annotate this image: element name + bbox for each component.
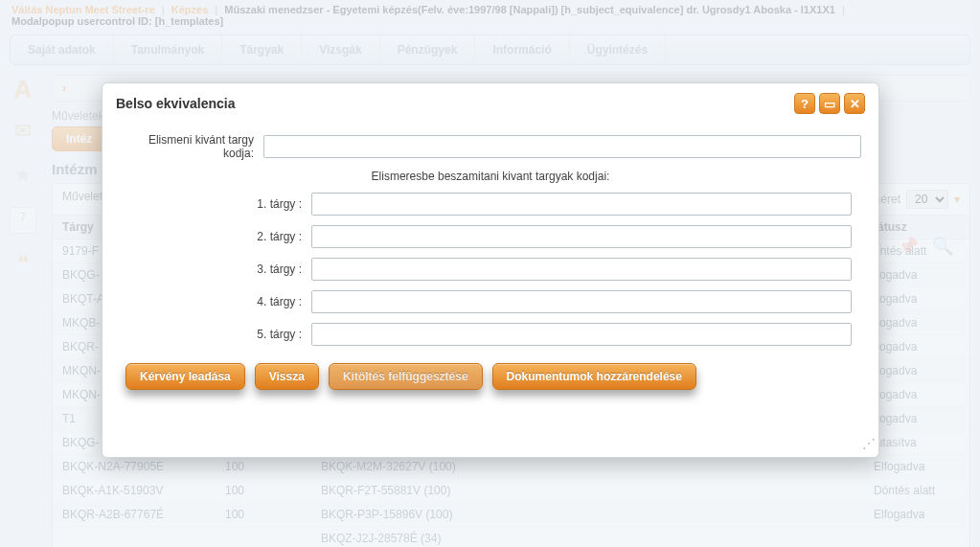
sub-section-title: Elismeresbe beszamitani kivant targyak k… — [120, 170, 861, 183]
targy-3-label: 3. tárgy : — [216, 262, 311, 276]
targy-5-input[interactable] — [311, 323, 852, 346]
help-button[interactable]: ? — [794, 93, 815, 114]
targy-5-label: 5. tárgy : — [216, 328, 311, 341]
targy-1-label: 1. tárgy : — [216, 197, 311, 211]
targy-2-input[interactable] — [311, 225, 852, 248]
suspend-button[interactable]: Kitöltés felfüggesztése — [329, 363, 483, 390]
submit-request-button[interactable]: Kérvény leadása — [125, 363, 245, 390]
targy-4-label: 4. tárgy : — [216, 295, 311, 308]
main-code-input[interactable] — [263, 135, 861, 158]
equivalence-modal: Belso ekvivalencia ? ▭ ✕ Elismeni kivánt… — [102, 82, 879, 458]
maximize-button[interactable]: ▭ — [819, 93, 840, 114]
resize-grip[interactable]: ⋰ — [862, 436, 873, 451]
main-code-label: Elismeni kivánt targy kodja: — [120, 133, 263, 160]
targy-3-input[interactable] — [311, 258, 852, 281]
back-button[interactable]: Vissza — [255, 363, 319, 390]
modal-header: Belso ekvivalencia ? ▭ ✕ — [103, 83, 878, 118]
targy-4-input[interactable] — [311, 290, 852, 313]
close-button[interactable]: ✕ — [844, 93, 865, 114]
targy-2-label: 2. tárgy : — [216, 230, 311, 243]
attach-documents-button[interactable]: Dokumentumok hozzárendelése — [492, 363, 696, 390]
targy-1-input[interactable] — [311, 193, 852, 216]
modal-title: Belso ekvivalencia — [116, 96, 236, 111]
